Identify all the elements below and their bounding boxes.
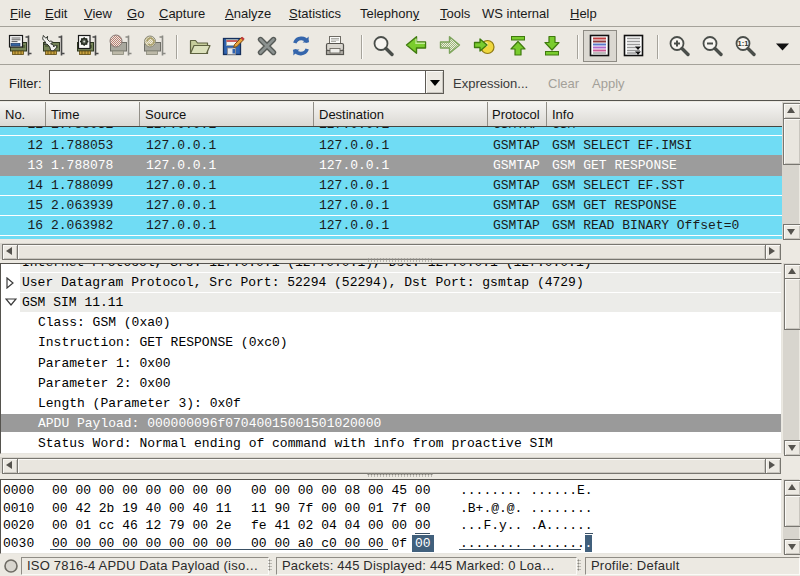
svg-text:1:1: 1:1 — [738, 39, 749, 48]
